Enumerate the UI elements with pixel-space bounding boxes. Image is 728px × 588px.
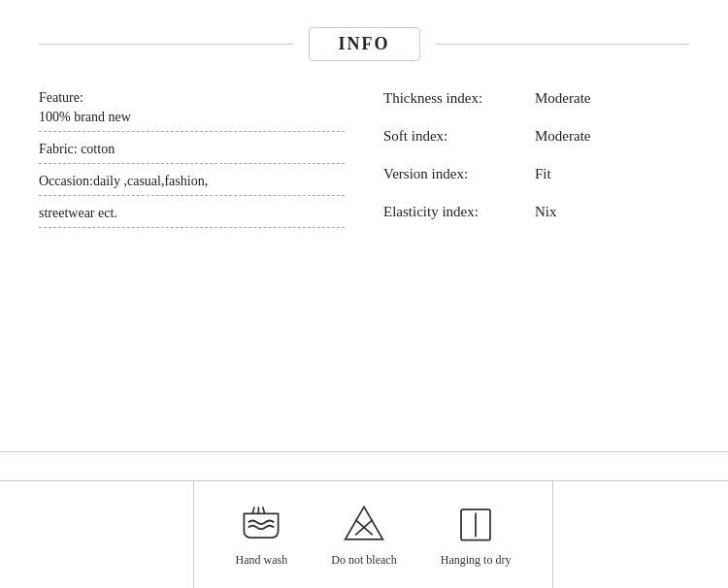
thickness-label: Thickness index: xyxy=(383,90,519,107)
version-label: Version index: xyxy=(383,166,519,182)
care-empty-right xyxy=(553,481,728,588)
fabric-value: Fabric: cotton xyxy=(39,142,345,164)
hand-wash-label: Hand wash xyxy=(236,553,288,568)
care-hanging-dry: Hanging to dry xyxy=(441,503,512,568)
soft-value: Moderate xyxy=(535,128,590,145)
version-value: Fit xyxy=(535,166,551,182)
soft-row: Soft index: Moderate xyxy=(383,128,689,145)
thickness-value: Moderate xyxy=(535,90,590,107)
info-badge: INFO xyxy=(309,27,420,61)
elasticity-label: Elasticity index: xyxy=(383,204,519,220)
right-column: Thickness index: Moderate Soft index: Mo… xyxy=(364,90,689,242)
no-bleach-icon xyxy=(343,503,385,545)
feature-label: Feature: xyxy=(39,90,345,106)
svg-line-0 xyxy=(253,506,255,513)
left-column: Feature: 100% brand new Fabric: cotton O… xyxy=(39,90,364,242)
header-line-right xyxy=(436,44,690,45)
hanging-dry-label: Hanging to dry xyxy=(441,553,512,568)
occasion-cont-row: streetwear ect. xyxy=(39,206,345,228)
care-section: Hand wash Do not bleach xyxy=(0,451,728,588)
care-hand-wash: Hand wash xyxy=(236,503,288,568)
care-icons: Hand wash Do not bleach xyxy=(194,481,553,588)
care-row: Hand wash Do not bleach xyxy=(0,481,728,588)
hand-wash-icon xyxy=(240,503,282,545)
no-bleach-label: Do not bleach xyxy=(331,553,396,568)
care-empty-left xyxy=(0,481,194,588)
svg-line-2 xyxy=(263,506,265,513)
care-no-bleach: Do not bleach xyxy=(331,503,396,568)
occasion-cont-value: streetwear ect. xyxy=(39,206,345,228)
occasion-value: Occasion:daily ,casual,fashion, xyxy=(39,174,345,196)
main-content: Feature: 100% brand new Fabric: cotton O… xyxy=(0,81,728,242)
elasticity-row: Elasticity index: Nix xyxy=(383,204,689,220)
hanging-dry-icon xyxy=(454,503,497,545)
fabric-row: Fabric: cotton xyxy=(39,142,345,164)
feature-value: 100% brand new xyxy=(39,110,345,132)
elasticity-value: Nix xyxy=(535,204,557,220)
header-line-left xyxy=(39,44,293,45)
info-header: INFO xyxy=(0,0,728,81)
soft-label: Soft index: xyxy=(383,128,519,145)
page: INFO Feature: 100% brand new Fabric: cot… xyxy=(0,0,728,588)
feature-row: Feature: 100% brand new xyxy=(39,90,345,132)
thickness-row: Thickness index: Moderate xyxy=(383,90,689,107)
care-top-bar xyxy=(0,452,728,481)
occasion-row: Occasion:daily ,casual,fashion, xyxy=(39,174,345,196)
version-row: Version index: Fit xyxy=(383,166,689,182)
